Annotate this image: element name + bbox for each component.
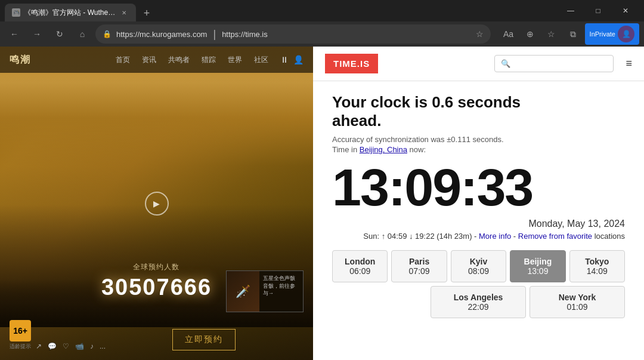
city-card-tokyo[interactable]: Tokyo14:09 bbox=[569, 250, 625, 282]
browser-addressbar: ← → ↻ ⌂ 🔒 https://mc.kurogames.com | htt… bbox=[0, 21, 644, 47]
favorites-button[interactable]: ☆ bbox=[542, 24, 561, 44]
preorder-button[interactable]: 立即预约 bbox=[172, 329, 236, 350]
address-bar[interactable]: 🔒 https://mc.kurogames.com | https://tim… bbox=[95, 24, 491, 44]
inprivate-badge[interactable]: InPrivate 👤 bbox=[585, 23, 639, 45]
nav-news[interactable]: 资讯 bbox=[142, 55, 156, 65]
timeis-panel: TIME.IS 🔍 ≡ Your clock is 0.6 seconds ah… bbox=[313, 47, 644, 360]
active-tab[interactable]: 🎮 《鸣潮》官方网站 - Wuthering W... ✕ bbox=[5, 4, 136, 21]
city-card-los-angeles[interactable]: Los Angeles22:09 bbox=[431, 286, 526, 318]
game-nav-icons: ⏸ 👤 bbox=[280, 55, 304, 64]
age-rating: 16+ 适龄提示 bbox=[10, 320, 31, 350]
city-time: 14:09 bbox=[578, 266, 616, 276]
sun-info: Sun: ↑ 04:59 ↓ 19:22 (14h 23m) - More in… bbox=[332, 232, 625, 241]
location-text: Time in Beijing, China now: bbox=[332, 145, 625, 154]
search-icon: 🔍 bbox=[501, 59, 510, 68]
star-icon[interactable]: ☆ bbox=[476, 29, 484, 39]
card-banner-text: 五星全色声骸音骸，前往参与→ bbox=[259, 271, 303, 312]
city-name: New York bbox=[538, 293, 616, 302]
card-text: 五星全色声骸音骸，前往参与→ bbox=[263, 275, 295, 296]
home-button[interactable]: ⌂ bbox=[73, 24, 92, 44]
city-time: 13:09 bbox=[519, 266, 556, 276]
read-mode-button[interactable]: Aa bbox=[499, 24, 518, 44]
city-time: 07:09 bbox=[400, 266, 438, 276]
city-name: Tokyo bbox=[578, 257, 616, 266]
city-name: Kyiv bbox=[460, 257, 497, 266]
remove-favorite-link[interactable]: Remove from favorite bbox=[518, 232, 592, 241]
back-button[interactable]: ← bbox=[5, 24, 24, 44]
browser-tabs: 🎮 《鸣潮》官方网站 - Wuthering W... ✕ + bbox=[5, 0, 155, 21]
city-name: Paris bbox=[400, 257, 438, 266]
chat-icon[interactable]: 💬 bbox=[48, 342, 57, 350]
city-time: 01:09 bbox=[538, 302, 616, 312]
timeis-search-box[interactable]: 🔍 bbox=[494, 55, 614, 72]
location-link[interactable]: Beijing, China bbox=[360, 145, 407, 154]
city-time: 08:09 bbox=[460, 266, 497, 276]
window-controls: — □ ✕ bbox=[557, 1, 639, 20]
status-line1: Your clock is 0.6 seconds bbox=[332, 93, 521, 111]
close-button[interactable]: ✕ bbox=[612, 1, 639, 20]
sun-text: Sun: ↑ 04:59 ↓ 19:22 (14h 23m) - bbox=[363, 232, 479, 241]
tab-close-button[interactable]: ✕ bbox=[119, 8, 129, 17]
share-icon[interactable]: ↗ bbox=[36, 342, 42, 350]
counter-number: 30507666 bbox=[101, 275, 212, 300]
location-suffix: now: bbox=[407, 145, 426, 154]
accuracy-text: Accuracy of synchronization was ±0.111 s… bbox=[332, 135, 625, 144]
user-icon[interactable]: 👤 bbox=[293, 55, 304, 64]
maximize-button[interactable]: □ bbox=[584, 1, 612, 20]
tab-title: 《鸣潮》官方网站 - Wuthering W... bbox=[24, 8, 116, 18]
tiktok-icon[interactable]: ♪ bbox=[90, 342, 94, 350]
nav-home[interactable]: 首页 bbox=[116, 55, 130, 65]
social-bar: ↗ 💬 ♡ 📹 ♪ ... bbox=[36, 342, 106, 350]
pause-icon[interactable]: ⏸ bbox=[280, 55, 289, 64]
age-box: 16+ bbox=[10, 320, 31, 341]
tab-favicon: 🎮 bbox=[12, 8, 20, 17]
location-prefix: Time in bbox=[332, 145, 360, 154]
city-time: 22:09 bbox=[439, 302, 517, 312]
game-nav-items: 首页 资讯 共鸣者 猎踪 世界 社区 bbox=[116, 55, 268, 65]
game-nav: 鸣潮 首页 资讯 共鸣者 猎踪 世界 社区 ⏸ 👤 bbox=[0, 47, 313, 73]
city-name: Beijing bbox=[519, 257, 556, 266]
city-card-kyiv[interactable]: Kyiv08:09 bbox=[451, 250, 506, 282]
profile-avatar[interactable]: 👤 bbox=[618, 26, 634, 42]
clock-status: Your clock is 0.6 seconds ahead. bbox=[332, 93, 625, 130]
nav-resonators[interactable]: 共鸣者 bbox=[168, 55, 190, 65]
nav-hunt[interactable]: 猎踪 bbox=[202, 55, 216, 65]
game-site-panel: 鸣潮 首页 资讯 共鸣者 猎踪 世界 社区 ⏸ 👤 ▶ 全球预约人数 30507… bbox=[0, 47, 313, 360]
heart-icon[interactable]: ♡ bbox=[63, 342, 69, 350]
status-line2: ahead. bbox=[332, 112, 381, 130]
timeis-logo[interactable]: TIME.IS bbox=[325, 54, 378, 73]
more-info-link[interactable]: More info bbox=[479, 232, 511, 241]
play-button[interactable]: ▶ bbox=[145, 192, 169, 216]
menu-button[interactable]: ≡ bbox=[626, 57, 632, 70]
more-social-icon[interactable]: ... bbox=[100, 342, 106, 350]
browser-toolbar-right: Aa ⊕ ☆ ⧉ InPrivate 👤 bbox=[499, 23, 639, 45]
minimize-button[interactable]: — bbox=[557, 1, 584, 20]
age-label: 适龄提示 bbox=[10, 343, 31, 350]
forward-button[interactable]: → bbox=[27, 24, 47, 44]
content-area: 鸣潮 首页 资讯 共鸣者 猎踪 世界 社区 ⏸ 👤 ▶ 全球预约人数 30507… bbox=[0, 47, 644, 360]
city-cards-row2: Los Angeles22:09New York01:09 bbox=[332, 286, 625, 318]
nav-world[interactable]: 世界 bbox=[228, 55, 242, 65]
inprivate-label: InPrivate bbox=[590, 30, 615, 38]
counter-label: 全球预约人数 bbox=[101, 262, 212, 272]
collections-button[interactable]: ⧉ bbox=[564, 24, 583, 44]
city-cards-row1: London06:09Paris07:09Kyiv08:09Beijing13:… bbox=[332, 250, 625, 282]
nav-community[interactable]: 社区 bbox=[254, 55, 268, 65]
city-name: Los Angeles bbox=[439, 293, 517, 302]
city-card-london[interactable]: London06:09 bbox=[332, 250, 388, 282]
timeis-content: Your clock is 0.6 seconds ahead. Accurac… bbox=[313, 81, 644, 360]
refresh-button[interactable]: ↻ bbox=[50, 24, 69, 44]
city-card-beijing[interactable]: Beijing13:09 bbox=[510, 250, 565, 282]
sun-separator: - bbox=[511, 232, 518, 241]
game-logo: 鸣潮 bbox=[10, 54, 31, 66]
video-icon[interactable]: 📹 bbox=[75, 342, 84, 350]
url-separator: | bbox=[213, 28, 216, 41]
city-card-paris[interactable]: Paris07:09 bbox=[391, 250, 447, 282]
city-card-new-york[interactable]: New York01:09 bbox=[530, 286, 625, 318]
browser-titlebar: 🎮 《鸣潮》官方网站 - Wuthering W... ✕ + — □ ✕ bbox=[0, 0, 644, 21]
extensions-button[interactable]: ⊕ bbox=[521, 24, 540, 44]
url-display[interactable]: https://mc.kurogames.com | https://time.… bbox=[116, 28, 471, 41]
card-banner[interactable]: 🗡️ 五星全色声骸音骸，前往参与→ bbox=[226, 270, 304, 312]
new-tab-button[interactable]: + bbox=[138, 5, 155, 21]
address-bar-right: ☆ bbox=[476, 29, 484, 39]
